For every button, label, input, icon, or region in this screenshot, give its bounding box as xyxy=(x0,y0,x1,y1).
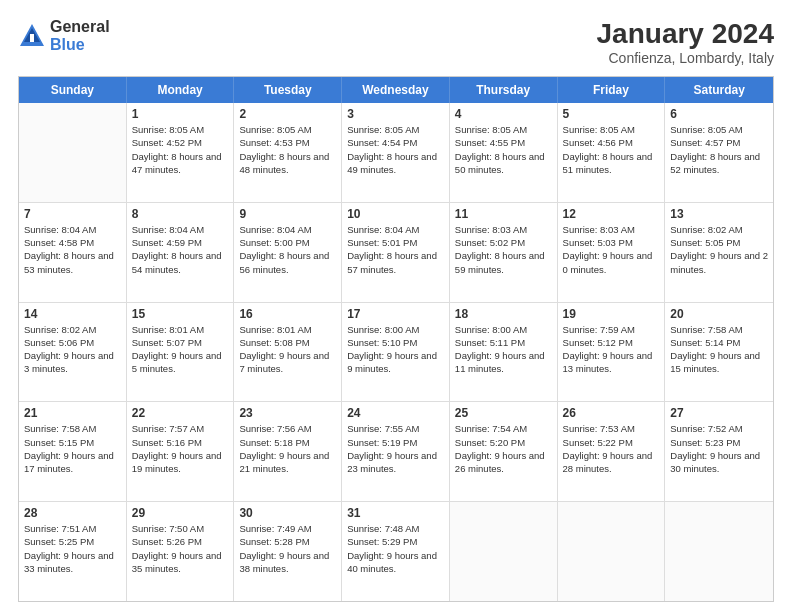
day-detail: Sunrise: 8:05 AMSunset: 4:53 PMDaylight:… xyxy=(239,123,336,176)
calendar-week-row: 1Sunrise: 8:05 AMSunset: 4:52 PMDaylight… xyxy=(19,103,773,203)
calendar-day-cell: 20Sunrise: 7:58 AMSunset: 5:14 PMDayligh… xyxy=(665,303,773,402)
calendar-day-cell: 9Sunrise: 8:04 AMSunset: 5:00 PMDaylight… xyxy=(234,203,342,302)
calendar-body: 1Sunrise: 8:05 AMSunset: 4:52 PMDaylight… xyxy=(19,103,773,601)
header: General Blue January 2024 Confienza, Lom… xyxy=(18,18,774,66)
day-number: 13 xyxy=(670,207,768,221)
day-number: 24 xyxy=(347,406,444,420)
calendar-header-cell: Monday xyxy=(127,77,235,103)
calendar-day-cell: 3Sunrise: 8:05 AMSunset: 4:54 PMDaylight… xyxy=(342,103,450,202)
day-number: 26 xyxy=(563,406,660,420)
logo-blue: Blue xyxy=(50,36,110,54)
calendar-empty-cell xyxy=(450,502,558,601)
day-number: 22 xyxy=(132,406,229,420)
day-number: 16 xyxy=(239,307,336,321)
calendar-day-cell: 18Sunrise: 8:00 AMSunset: 5:11 PMDayligh… xyxy=(450,303,558,402)
day-detail: Sunrise: 8:04 AMSunset: 5:01 PMDaylight:… xyxy=(347,223,444,276)
day-detail: Sunrise: 7:51 AMSunset: 5:25 PMDaylight:… xyxy=(24,522,121,575)
day-detail: Sunrise: 7:50 AMSunset: 5:26 PMDaylight:… xyxy=(132,522,229,575)
calendar-day-cell: 15Sunrise: 8:01 AMSunset: 5:07 PMDayligh… xyxy=(127,303,235,402)
day-detail: Sunrise: 8:02 AMSunset: 5:05 PMDaylight:… xyxy=(670,223,768,276)
day-number: 31 xyxy=(347,506,444,520)
calendar-day-cell: 16Sunrise: 8:01 AMSunset: 5:08 PMDayligh… xyxy=(234,303,342,402)
day-number: 17 xyxy=(347,307,444,321)
day-detail: Sunrise: 8:04 AMSunset: 4:59 PMDaylight:… xyxy=(132,223,229,276)
day-number: 6 xyxy=(670,107,768,121)
day-detail: Sunrise: 8:01 AMSunset: 5:08 PMDaylight:… xyxy=(239,323,336,376)
calendar-day-cell: 26Sunrise: 7:53 AMSunset: 5:22 PMDayligh… xyxy=(558,402,666,501)
calendar-day-cell: 4Sunrise: 8:05 AMSunset: 4:55 PMDaylight… xyxy=(450,103,558,202)
day-detail: Sunrise: 7:54 AMSunset: 5:20 PMDaylight:… xyxy=(455,422,552,475)
calendar-header-cell: Tuesday xyxy=(234,77,342,103)
calendar-day-cell: 22Sunrise: 7:57 AMSunset: 5:16 PMDayligh… xyxy=(127,402,235,501)
title-area: January 2024 Confienza, Lombardy, Italy xyxy=(597,18,774,66)
calendar-day-cell: 6Sunrise: 8:05 AMSunset: 4:57 PMDaylight… xyxy=(665,103,773,202)
calendar-header-cell: Friday xyxy=(558,77,666,103)
day-number: 20 xyxy=(670,307,768,321)
logo-general: General xyxy=(50,18,110,36)
day-detail: Sunrise: 8:05 AMSunset: 4:52 PMDaylight:… xyxy=(132,123,229,176)
day-number: 29 xyxy=(132,506,229,520)
calendar-day-cell: 28Sunrise: 7:51 AMSunset: 5:25 PMDayligh… xyxy=(19,502,127,601)
calendar-day-cell: 21Sunrise: 7:58 AMSunset: 5:15 PMDayligh… xyxy=(19,402,127,501)
day-detail: Sunrise: 8:05 AMSunset: 4:55 PMDaylight:… xyxy=(455,123,552,176)
calendar-day-cell: 29Sunrise: 7:50 AMSunset: 5:26 PMDayligh… xyxy=(127,502,235,601)
day-detail: Sunrise: 8:03 AMSunset: 5:03 PMDaylight:… xyxy=(563,223,660,276)
subtitle: Confienza, Lombardy, Italy xyxy=(597,50,774,66)
day-number: 18 xyxy=(455,307,552,321)
day-number: 14 xyxy=(24,307,121,321)
day-detail: Sunrise: 8:02 AMSunset: 5:06 PMDaylight:… xyxy=(24,323,121,376)
calendar-header-cell: Saturday xyxy=(665,77,773,103)
day-detail: Sunrise: 7:49 AMSunset: 5:28 PMDaylight:… xyxy=(239,522,336,575)
calendar-day-cell: 13Sunrise: 8:02 AMSunset: 5:05 PMDayligh… xyxy=(665,203,773,302)
day-number: 4 xyxy=(455,107,552,121)
calendar-day-cell: 24Sunrise: 7:55 AMSunset: 5:19 PMDayligh… xyxy=(342,402,450,501)
day-number: 5 xyxy=(563,107,660,121)
day-number: 19 xyxy=(563,307,660,321)
day-number: 3 xyxy=(347,107,444,121)
calendar-day-cell: 2Sunrise: 8:05 AMSunset: 4:53 PMDaylight… xyxy=(234,103,342,202)
calendar-header: SundayMondayTuesdayWednesdayThursdayFrid… xyxy=(19,77,773,103)
day-detail: Sunrise: 7:57 AMSunset: 5:16 PMDaylight:… xyxy=(132,422,229,475)
day-detail: Sunrise: 8:03 AMSunset: 5:02 PMDaylight:… xyxy=(455,223,552,276)
calendar: SundayMondayTuesdayWednesdayThursdayFrid… xyxy=(18,76,774,602)
day-detail: Sunrise: 7:58 AMSunset: 5:14 PMDaylight:… xyxy=(670,323,768,376)
day-detail: Sunrise: 8:00 AMSunset: 5:10 PMDaylight:… xyxy=(347,323,444,376)
day-number: 25 xyxy=(455,406,552,420)
day-number: 1 xyxy=(132,107,229,121)
calendar-week-row: 21Sunrise: 7:58 AMSunset: 5:15 PMDayligh… xyxy=(19,402,773,502)
day-number: 15 xyxy=(132,307,229,321)
day-detail: Sunrise: 8:05 AMSunset: 4:56 PMDaylight:… xyxy=(563,123,660,176)
day-detail: Sunrise: 7:48 AMSunset: 5:29 PMDaylight:… xyxy=(347,522,444,575)
day-detail: Sunrise: 8:00 AMSunset: 5:11 PMDaylight:… xyxy=(455,323,552,376)
calendar-day-cell: 25Sunrise: 7:54 AMSunset: 5:20 PMDayligh… xyxy=(450,402,558,501)
main-title: January 2024 xyxy=(597,18,774,50)
day-number: 21 xyxy=(24,406,121,420)
day-detail: Sunrise: 8:05 AMSunset: 4:57 PMDaylight:… xyxy=(670,123,768,176)
day-detail: Sunrise: 7:58 AMSunset: 5:15 PMDaylight:… xyxy=(24,422,121,475)
logo: General Blue xyxy=(18,18,110,53)
day-number: 30 xyxy=(239,506,336,520)
logo-icon xyxy=(18,22,46,50)
day-detail: Sunrise: 8:01 AMSunset: 5:07 PMDaylight:… xyxy=(132,323,229,376)
day-number: 27 xyxy=(670,406,768,420)
calendar-week-row: 14Sunrise: 8:02 AMSunset: 5:06 PMDayligh… xyxy=(19,303,773,403)
day-detail: Sunrise: 8:05 AMSunset: 4:54 PMDaylight:… xyxy=(347,123,444,176)
day-detail: Sunrise: 7:53 AMSunset: 5:22 PMDaylight:… xyxy=(563,422,660,475)
calendar-week-row: 28Sunrise: 7:51 AMSunset: 5:25 PMDayligh… xyxy=(19,502,773,601)
logo-text: General Blue xyxy=(50,18,110,53)
day-detail: Sunrise: 8:04 AMSunset: 5:00 PMDaylight:… xyxy=(239,223,336,276)
calendar-header-cell: Thursday xyxy=(450,77,558,103)
calendar-day-cell: 30Sunrise: 7:49 AMSunset: 5:28 PMDayligh… xyxy=(234,502,342,601)
day-number: 23 xyxy=(239,406,336,420)
day-number: 7 xyxy=(24,207,121,221)
calendar-day-cell: 5Sunrise: 8:05 AMSunset: 4:56 PMDaylight… xyxy=(558,103,666,202)
calendar-day-cell: 10Sunrise: 8:04 AMSunset: 5:01 PMDayligh… xyxy=(342,203,450,302)
calendar-day-cell: 27Sunrise: 7:52 AMSunset: 5:23 PMDayligh… xyxy=(665,402,773,501)
calendar-empty-cell xyxy=(19,103,127,202)
day-detail: Sunrise: 7:59 AMSunset: 5:12 PMDaylight:… xyxy=(563,323,660,376)
day-number: 10 xyxy=(347,207,444,221)
page: General Blue January 2024 Confienza, Lom… xyxy=(0,0,792,612)
day-number: 12 xyxy=(563,207,660,221)
calendar-day-cell: 8Sunrise: 8:04 AMSunset: 4:59 PMDaylight… xyxy=(127,203,235,302)
day-number: 2 xyxy=(239,107,336,121)
